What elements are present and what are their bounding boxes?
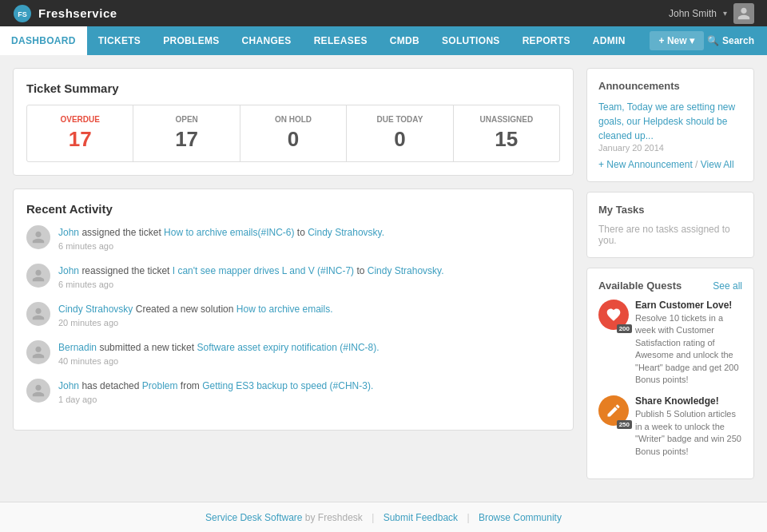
search-button-label: Search [722,35,754,46]
activity-text-before: reassigned the ticket [81,265,172,276]
quest-description: Resolve 10 tickets in a week with Custom… [635,312,742,386]
activity-content: Cindy Strahovsky Created a new solution … [58,302,333,328]
activity-link1[interactable]: How to archive emails. [236,304,333,315]
activity-actor-link[interactable]: John [58,380,79,391]
quest-text: Earn Customer Love! Resolve 10 tickets i… [635,300,742,386]
activity-text-before: Created a new solution [136,304,236,315]
topbar: FS Freshservice John Smith ▾ [0,0,767,26]
announcements-date: January 20 2014 [598,143,742,153]
stat-value-onhold: 0 [247,127,340,152]
nav-item-reports[interactable]: REPORTS [511,26,582,55]
new-announcement-link[interactable]: + New Announcement [598,159,693,170]
quest-description: Publish 5 Solution articles in a week to… [635,408,742,458]
stat-label-overdue: OVERDUE [34,115,126,124]
nav-item-changes[interactable]: CHANGES [231,26,303,55]
stat-onhold[interactable]: ON HOLD 0 [240,105,347,161]
stat-value-unassigned: 15 [460,127,553,152]
left-content: Ticket Summary OVERDUE 17 OPEN 17 ON HOL… [13,68,586,489]
quest-item: 200 Earn Customer Love! Resolve 10 ticke… [598,300,742,386]
stat-overdue[interactable]: OVERDUE 17 [27,105,133,161]
ticket-stats: OVERDUE 17 OPEN 17 ON HOLD 0 DUE TODAY 0… [26,105,560,162]
footer: Service Desk Software by Freshdesk | Sub… [0,502,767,532]
nav-item-cmdb[interactable]: CMDB [379,26,431,55]
avatar [26,225,50,249]
activity-link1[interactable]: I can't see mapper drives L and V (#INC-… [173,265,354,276]
submit-feedback-link[interactable]: Submit Feedback [384,512,458,523]
activity-time: 6 minutes ago [58,280,444,289]
right-sidebar: Announcements Team, Today we are setting… [586,68,754,489]
activity-content: Bernadin submitted a new ticket Software… [58,340,380,366]
nav-item-admin[interactable]: ADMIN [582,26,637,55]
quest-knowledge-icon: 250 [598,395,629,426]
stat-open[interactable]: OPEN 17 [133,105,240,161]
stat-duetoday[interactable]: DUE TODAY 0 [347,105,453,161]
new-button-label: + New ▾ [659,35,694,46]
see-all-link[interactable]: See all [713,280,742,292]
view-all-link[interactable]: View All [701,159,734,170]
activity-link2[interactable]: Getting ES3 backup to speed (#CHN-3). [202,380,373,391]
stat-label-duetoday: DUE TODAY [353,115,446,124]
ticket-summary-panel: Ticket Summary OVERDUE 17 OPEN 17 ON HOL… [13,68,574,176]
activity-item: Cindy Strahovsky Created a new solution … [26,302,560,328]
announcements-title: Announcements [598,80,742,92]
activity-item: John assigned the ticket How to archive … [26,225,560,251]
announcements-separator: / [695,159,701,170]
avatar [26,379,50,403]
footer-sep2: | [467,512,469,523]
caret-icon: ▾ [723,9,727,18]
my-tasks-title: My Tasks [598,204,742,216]
stat-label-unassigned: UNASSIGNED [460,115,553,124]
footer-by: by Freshdesk [305,512,363,523]
activity-actor-link[interactable]: John [58,227,79,238]
nav-item-releases[interactable]: RELEASES [303,26,379,55]
activity-text: John has detached Problem from Getting E… [58,379,373,393]
activity-link2[interactable]: Cindy Strahovsky. [308,227,384,238]
browse-community-link[interactable]: Browse Community [479,512,562,523]
quest-title: Share Knowledge! [635,395,742,407]
topbar-right: John Smith ▾ [669,3,754,24]
activity-text-before: assigned the ticket [81,227,164,238]
activity-text-before: has detached [81,380,141,391]
search-icon: 🔍 [707,35,719,46]
available-quests-panel: Available Quests See all 200 Earn Custom… [586,268,754,479]
stat-unassigned[interactable]: UNASSIGNED 15 [454,105,559,161]
announcements-panel: Announcements Team, Today we are setting… [586,68,754,182]
activity-link1[interactable]: Problem [142,380,178,391]
new-button[interactable]: + New ▾ [650,31,704,50]
search-button[interactable]: 🔍 Search [707,35,754,46]
avatar [26,264,50,288]
username: John Smith [669,8,717,19]
quests-title: Available Quests [598,280,682,292]
logo-icon: FS [13,4,32,23]
quest-item: 250 Share Knowledge! Publish 5 Solution … [598,395,742,458]
activity-item: John has detached Problem from Getting E… [26,379,560,404]
activity-time: 20 minutes ago [58,318,333,328]
quest-badge: 200 [617,324,632,333]
nav-item-tickets[interactable]: TICKETS [87,26,152,55]
activity-link1[interactable]: How to archive emails(#INC-6) [164,227,294,238]
quests-header: Available Quests See all [598,280,742,292]
stat-value-open: 17 [140,127,232,152]
quest-heart-icon: 200 [598,300,629,330]
avatar [26,302,50,326]
activity-link1[interactable]: Software asset expiry notification (#INC… [197,342,379,353]
nav-item-dashboard[interactable]: DASHBOARD [0,26,87,55]
service-desk-link[interactable]: Service Desk Software [205,512,302,523]
activity-text-middle: from [181,380,202,391]
activity-actor-link[interactable]: Cindy Strahovsky [58,304,133,315]
activity-content: John has detached Problem from Getting E… [58,379,373,404]
nav-item-problems[interactable]: PROBLEMS [152,26,230,55]
stat-label-open: OPEN [140,115,232,124]
recent-activity-title: Recent Activity [26,202,560,216]
activity-actor-link[interactable]: Bernadin [58,342,97,353]
announcements-text[interactable]: Team, Today we are setting new goals, ou… [598,100,742,143]
ticket-summary-title: Ticket Summary [26,81,560,95]
activity-text-middle: to [297,227,308,238]
stat-value-duetoday: 0 [353,127,446,152]
activity-link2[interactable]: Cindy Strahovsky. [368,265,444,276]
activity-content: John reassigned the ticket I can't see m… [58,264,444,289]
activity-actor-link[interactable]: John [58,265,79,276]
avatar[interactable] [733,3,754,24]
nav-item-solutions[interactable]: SOLUTIONS [431,26,511,55]
svg-text:FS: FS [18,10,27,18]
